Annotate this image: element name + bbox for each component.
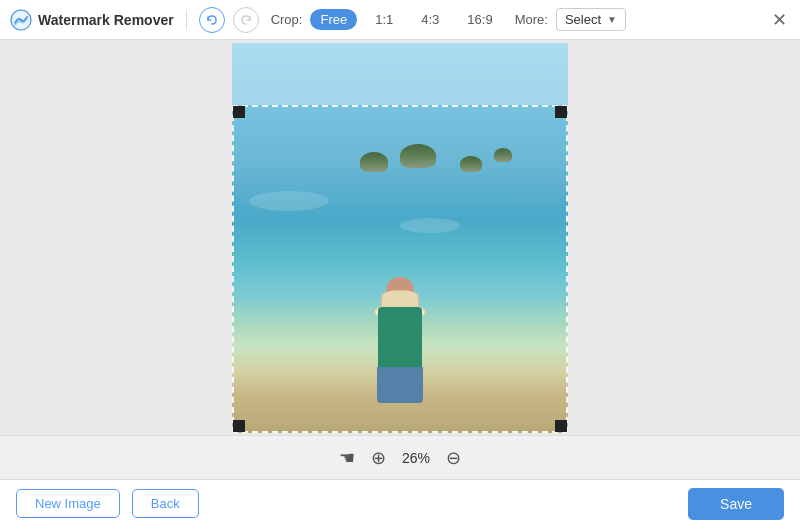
zoom-percent: 26% bbox=[398, 450, 434, 466]
footer: New Image Back Save bbox=[0, 479, 800, 527]
person bbox=[377, 273, 423, 403]
crop-option-1-1[interactable]: 1:1 bbox=[365, 9, 403, 30]
image-container bbox=[232, 43, 568, 433]
main-area bbox=[0, 40, 800, 435]
crop-corner-tr bbox=[555, 106, 567, 118]
new-image-button[interactable]: New Image bbox=[16, 489, 120, 518]
person-torso bbox=[378, 307, 422, 367]
crop-corner-br bbox=[555, 420, 567, 432]
sea-highlight-2 bbox=[400, 218, 460, 233]
person-shorts bbox=[377, 367, 423, 403]
crop-label: Crop: bbox=[271, 12, 303, 27]
photo bbox=[232, 43, 568, 433]
app-title: Watermark Remover bbox=[38, 12, 174, 28]
undo-button[interactable] bbox=[199, 7, 225, 33]
island-1 bbox=[360, 152, 388, 172]
chevron-down-icon: ▼ bbox=[607, 14, 617, 25]
app-logo: Watermark Remover bbox=[10, 9, 174, 31]
select-dropdown[interactable]: Select ▼ bbox=[556, 8, 626, 31]
toolbar-divider-1 bbox=[186, 10, 187, 30]
crop-option-free[interactable]: Free bbox=[310, 9, 357, 30]
zoom-out-icon[interactable]: ⊖ bbox=[446, 447, 461, 469]
sea-highlight-1 bbox=[249, 191, 329, 211]
crop-top-overlay bbox=[232, 43, 568, 105]
zoom-bar: ☚ ⊕ 26% ⊖ bbox=[0, 435, 800, 479]
hand-tool-icon[interactable]: ☚ bbox=[339, 447, 355, 469]
island-4 bbox=[494, 148, 512, 162]
zoom-in-icon[interactable]: ⊕ bbox=[371, 447, 386, 469]
more-label: More: bbox=[515, 12, 548, 27]
crop-corner-tl bbox=[233, 106, 245, 118]
zoom-controls: ⊕ 26% ⊖ bbox=[371, 447, 461, 469]
redo-button[interactable] bbox=[233, 7, 259, 33]
island-2 bbox=[400, 144, 436, 168]
toolbar: Watermark Remover Crop: Free 1:1 4:3 16:… bbox=[0, 0, 800, 40]
app-logo-icon bbox=[10, 9, 32, 31]
back-button[interactable]: Back bbox=[132, 489, 199, 518]
crop-option-16-9[interactable]: 16:9 bbox=[457, 9, 502, 30]
island-3 bbox=[460, 156, 482, 172]
close-button[interactable]: ✕ bbox=[768, 9, 790, 31]
select-label: Select bbox=[565, 12, 601, 27]
crop-corner-bl bbox=[233, 420, 245, 432]
crop-option-4-3[interactable]: 4:3 bbox=[411, 9, 449, 30]
save-button[interactable]: Save bbox=[688, 488, 784, 520]
